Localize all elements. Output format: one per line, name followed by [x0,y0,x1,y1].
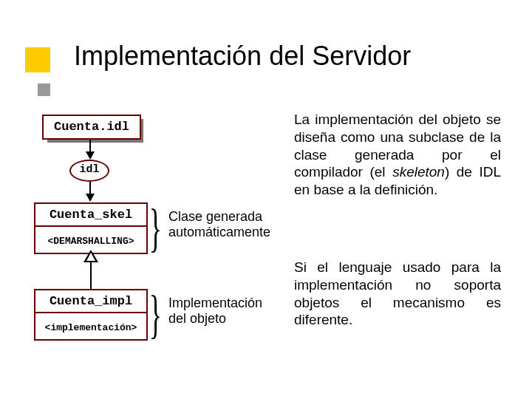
skel-sub: <DEMARSHALLING> [35,225,146,253]
paragraph-2: Si el lenguaje usado para la implementac… [294,259,501,329]
brace-skel-icon: } [149,207,162,248]
impl-label: Implementación del objeto [168,296,262,327]
impl-label-line2: del objeto [168,311,262,327]
idl-oval: idl [69,160,109,182]
page-title: Implementación del Servidor [74,41,411,72]
arrowhead-idlfile-to-oval-icon [86,151,95,160]
idl-oval-label: idl [79,163,99,176]
para1-italic: skeleton [392,164,445,180]
idl-file-label: Cuenta.idl [44,116,140,137]
generated-label-line1: Clase generada [168,209,270,225]
inheritance-line [90,262,92,289]
skel-box: Cuenta_skel <DEMARSHALLING> [34,202,148,254]
skel-name: Cuenta_skel [35,204,146,225]
arrowhead-oval-to-skel-icon [86,194,95,202]
generated-label: Clase generada automáticamente [168,209,270,240]
impl-label-line1: Implementación [168,296,262,311]
brace-impl-icon: } [149,293,162,335]
accent-square-small-icon [38,83,50,96]
impl-box: Cuenta_impl <implementación> [34,289,148,341]
paragraph-1: La implementación del objeto se diseña c… [294,111,501,199]
slide: Implementación del Servidor Cuenta.idl i… [0,0,532,399]
accent-square-large-icon [25,47,50,72]
impl-sub: <implementación> [35,312,146,339]
inheritance-arrowhead-icon [83,250,98,262]
impl-name: Cuenta_impl [35,290,146,312]
generated-label-line2: automáticamente [168,225,270,240]
idl-file-box: Cuenta.idl [42,115,141,140]
